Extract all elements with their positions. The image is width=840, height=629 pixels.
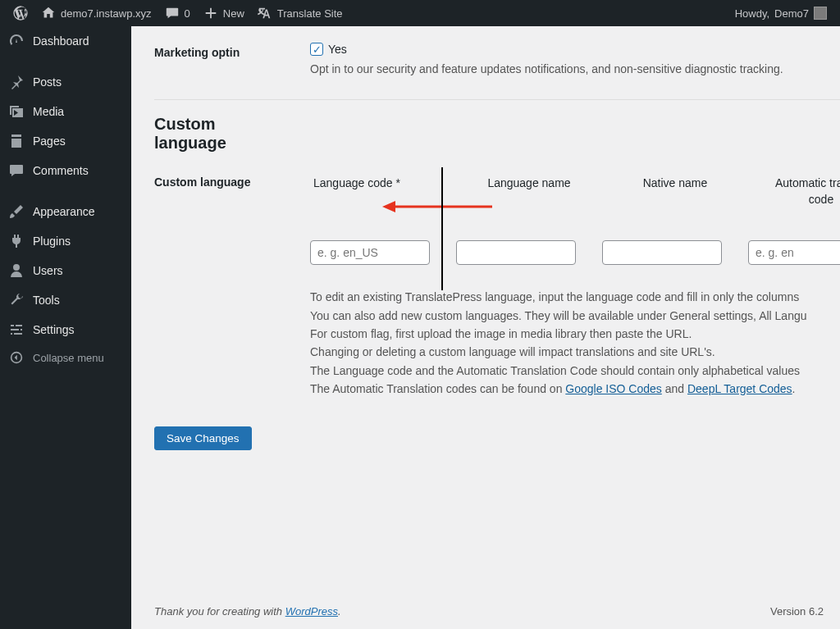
- native-name-input[interactable]: [602, 240, 722, 265]
- site-name-button[interactable]: demo7.instawp.xyz: [34, 0, 158, 26]
- comments-count: 0: [185, 7, 190, 20]
- google-iso-link[interactable]: Google ISO Codes: [565, 382, 662, 395]
- note-line: For custom flag, first upload the image …: [310, 325, 840, 343]
- adminbar: demo7.instawp.xyz 0 New Translate Site H…: [0, 0, 840, 26]
- avatar: [814, 7, 827, 20]
- translate-label: Translate Site: [277, 7, 343, 20]
- sidebar-item-label: Users: [33, 264, 63, 277]
- note-line: The Language code and the Automatic Tran…: [310, 362, 840, 380]
- new-label: New: [223, 7, 244, 20]
- note-line: Changing or deleting a custom language w…: [310, 343, 840, 361]
- marketing-optin-checkbox-wrap[interactable]: Yes: [310, 43, 840, 56]
- marketing-optin-row: Marketing optin Yes Opt in to our securi…: [154, 43, 840, 78]
- custom-language-title-text: Customlanguage: [154, 115, 226, 152]
- sidebar-item-tools[interactable]: Tools: [0, 285, 131, 315]
- collapse-menu-button[interactable]: Collapse menu: [0, 344, 131, 371]
- note-line: To edit an existing TranslatePress langu…: [310, 288, 840, 306]
- sidebar-item-users[interactable]: Users: [0, 256, 131, 285]
- sidebar-item-label: Tools: [33, 294, 60, 307]
- sidebar-item-media[interactable]: Media: [0, 97, 131, 126]
- column-separator: [441, 167, 443, 290]
- wrench-icon: [8, 292, 25, 308]
- footer-thanks: Thank you for creating with WordPress.: [154, 605, 341, 618]
- comments-button[interactable]: 0: [158, 0, 197, 26]
- custom-language-row: Custom language Language code * Language…: [154, 175, 840, 265]
- admin-footer: Thank you for creating with WordPress. V…: [131, 594, 840, 629]
- pin-icon: [8, 74, 25, 90]
- language-name-input[interactable]: [456, 240, 576, 265]
- sidebar-item-appearance[interactable]: Appearance: [0, 197, 131, 226]
- plus-icon: [203, 6, 218, 21]
- plug-icon: [8, 233, 25, 249]
- sidebar-item-label: Media: [33, 105, 64, 118]
- wordpress-link[interactable]: WordPress: [285, 605, 338, 618]
- collapse-icon: [8, 351, 25, 364]
- sidebar-item-dashboard[interactable]: Dashboard: [0, 26, 131, 56]
- sidebar-item-label: Appearance: [33, 205, 95, 218]
- new-content-button[interactable]: New: [197, 0, 251, 26]
- custom-language-title: Customlanguage: [154, 115, 840, 153]
- howdy-prefix: Howdy,: [735, 7, 769, 20]
- language-code-input[interactable]: [310, 240, 430, 265]
- sidebar-item-label: Settings: [33, 323, 75, 336]
- collapse-label: Collapse menu: [33, 352, 104, 364]
- lang-table-headers: Language code * Language name Native nam…: [310, 175, 840, 207]
- home-icon: [41, 6, 56, 21]
- marketing-optin-checkbox[interactable]: [310, 43, 323, 56]
- media-icon: [8, 103, 25, 120]
- translate-site-button[interactable]: Translate Site: [251, 0, 349, 26]
- sidebar-item-posts[interactable]: Posts: [0, 67, 131, 97]
- sidebar-item-settings[interactable]: Settings: [0, 315, 131, 344]
- note-line: The Automatic Translation codes can be f…: [310, 380, 840, 398]
- marketing-optin-label: Marketing optin: [154, 43, 310, 59]
- footer-version: Version 6.2: [770, 605, 824, 618]
- marketing-optin-desc: Opt in to our security and feature updat…: [310, 61, 840, 78]
- header-language-code: Language code *: [310, 175, 456, 207]
- custom-language-row-label: Custom language: [154, 175, 310, 265]
- username: Demo7: [774, 7, 809, 20]
- auto-code-input[interactable]: [748, 240, 840, 265]
- admin-sidebar: Dashboard Posts Media Pages Comments App…: [0, 26, 131, 629]
- translate-icon: [258, 6, 272, 21]
- sliders-icon: [8, 321, 25, 338]
- user-icon: [8, 262, 25, 279]
- sidebar-item-label: Plugins: [33, 235, 71, 248]
- sidebar-item-label: Comments: [33, 164, 89, 177]
- note-line: You can also add new custom languages. T…: [310, 307, 840, 325]
- gauge-icon: [8, 33, 25, 49]
- sidebar-item-comments[interactable]: Comments: [0, 156, 131, 185]
- wp-logo-button[interactable]: [7, 0, 34, 26]
- header-language-name: Language name: [456, 175, 602, 207]
- sidebar-item-label: Pages: [33, 134, 66, 148]
- wordpress-icon: [13, 6, 28, 21]
- brush-icon: [8, 203, 25, 220]
- adminbar-left: demo7.instawp.xyz 0 New Translate Site: [7, 0, 349, 26]
- sidebar-item-pages[interactable]: Pages: [0, 126, 131, 156]
- comment-icon: [8, 162, 25, 179]
- custom-language-notes: To edit an existing TranslatePress langu…: [310, 288, 840, 398]
- comment-icon: [165, 6, 180, 21]
- site-name-text: demo7.instawp.xyz: [61, 7, 152, 20]
- section-divider: [154, 99, 840, 100]
- header-auto-code: Automatic translatcode: [748, 175, 840, 207]
- sidebar-item-plugins[interactable]: Plugins: [0, 226, 131, 256]
- account-button[interactable]: Howdy, Demo7: [728, 0, 833, 26]
- main-content: Marketing optin Yes Opt in to our securi…: [131, 26, 840, 629]
- sidebar-item-label: Posts: [33, 75, 62, 89]
- lang-table-inputs-row: [310, 240, 840, 265]
- header-native-name: Native name: [602, 175, 748, 207]
- deepl-codes-link[interactable]: DeepL Target Codes: [687, 382, 792, 395]
- marketing-optin-checkbox-label: Yes: [328, 43, 347, 56]
- save-changes-button[interactable]: Save Changes: [154, 426, 252, 450]
- sidebar-item-label: Dashboard: [33, 34, 89, 48]
- adminbar-right: Howdy, Demo7: [728, 0, 833, 26]
- page-icon: [8, 133, 25, 149]
